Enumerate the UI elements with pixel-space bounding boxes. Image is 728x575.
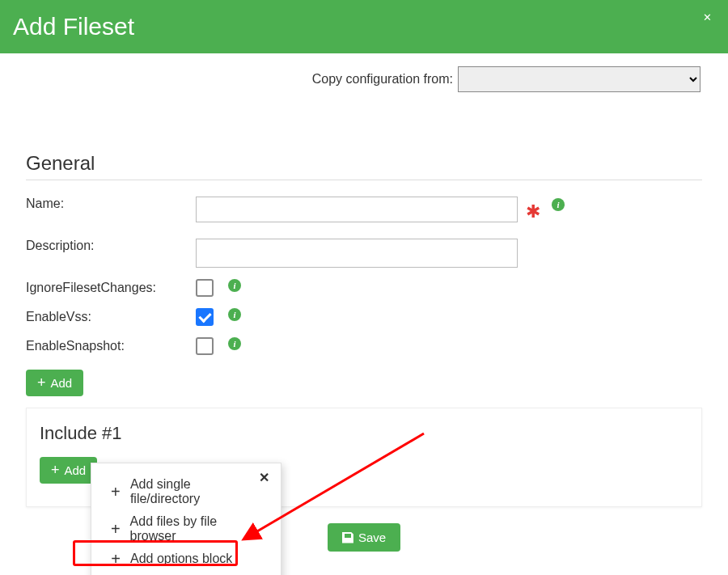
dialog-title: Add Fileset bbox=[13, 13, 134, 40]
row-ignore-changes: IgnoreFilesetChanges: i bbox=[26, 279, 702, 297]
menu-add-single[interactable]: + Add single file/directory bbox=[91, 473, 281, 510]
close-icon[interactable]: ✕ bbox=[703, 11, 712, 23]
add-include-menu-list: + Add single file/directory + Add files … bbox=[91, 463, 281, 575]
enable-snapshot-label: EnableSnapshot: bbox=[26, 339, 196, 353]
menu-add-options[interactable]: + Add options block bbox=[91, 548, 281, 570]
info-icon[interactable]: i bbox=[228, 279, 241, 292]
dialog-header: Add Fileset ✕ bbox=[0, 0, 728, 53]
add-include-button[interactable]: + Add bbox=[40, 457, 97, 484]
info-icon[interactable]: i bbox=[552, 198, 565, 211]
include-title: Include #1 bbox=[40, 423, 688, 444]
required-icon: ✱ bbox=[526, 201, 540, 222]
copy-config-row: Copy configuration from: bbox=[0, 53, 728, 92]
menu-add-browser-label: Add files by file browser bbox=[130, 514, 263, 543]
menu-add-options-label: Add options block bbox=[130, 552, 232, 566]
add-include-label: Add bbox=[65, 463, 87, 477]
ignore-changes-checkbox[interactable] bbox=[196, 279, 214, 297]
description-input[interactable] bbox=[196, 239, 518, 268]
info-icon[interactable]: i bbox=[228, 308, 241, 321]
add-general-label: Add bbox=[51, 376, 73, 390]
enable-vss-checkbox[interactable] bbox=[196, 308, 214, 326]
add-include-menu: ✕ + Add single file/directory + Add file… bbox=[91, 463, 281, 575]
row-enable-snapshot: EnableSnapshot: i bbox=[26, 337, 702, 355]
section-general-title: General bbox=[26, 152, 702, 180]
name-label: Name: bbox=[26, 197, 196, 211]
row-name: Name: ✱ i bbox=[26, 197, 702, 222]
close-icon[interactable]: ✕ bbox=[259, 470, 269, 485]
menu-add-plugin[interactable]: + Add plugin bbox=[91, 570, 281, 575]
copy-config-label: Copy configuration from: bbox=[312, 72, 453, 87]
row-enable-vss: EnableVss: i bbox=[26, 308, 702, 326]
menu-add-browser[interactable]: + Add files by file browser bbox=[91, 510, 281, 548]
save-icon bbox=[342, 532, 353, 543]
row-description: Description: bbox=[26, 239, 702, 268]
enable-snapshot-checkbox[interactable] bbox=[196, 337, 214, 355]
name-input[interactable] bbox=[196, 197, 518, 222]
add-general-button[interactable]: + Add bbox=[26, 370, 83, 396]
enable-vss-label: EnableVss: bbox=[26, 310, 196, 324]
copy-config-select[interactable] bbox=[458, 66, 700, 92]
save-button[interactable]: Save bbox=[328, 523, 400, 552]
description-label: Description: bbox=[26, 239, 196, 253]
ignore-changes-label: IgnoreFilesetChanges: bbox=[26, 281, 196, 295]
menu-add-single-label: Add single file/directory bbox=[130, 477, 263, 506]
save-label: Save bbox=[358, 531, 386, 544]
info-icon[interactable]: i bbox=[228, 337, 241, 350]
